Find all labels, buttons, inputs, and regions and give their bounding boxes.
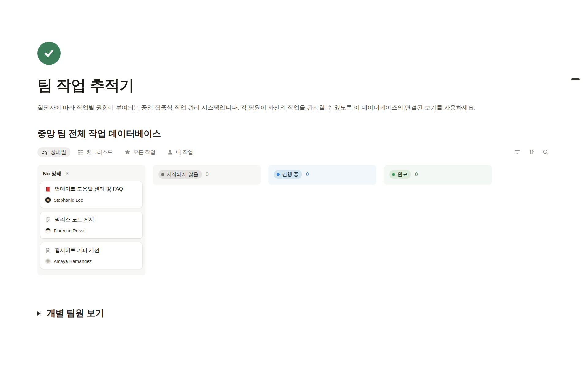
checklist-icon [78, 149, 84, 155]
tab-label: 모든 작업 [133, 149, 156, 156]
chevron-right-icon [37, 311, 41, 316]
avatar [45, 197, 51, 203]
column-count: 0 [306, 171, 309, 178]
status-label: 완료 [398, 171, 408, 178]
section-toggle-team-member-views[interactable]: 개별 팀원 보기 [37, 307, 549, 320]
task-title: 릴리스 노트 게시 [55, 216, 94, 223]
star-icon [124, 149, 130, 155]
board-column-not-started: 시작되지 않음 0 [153, 165, 261, 185]
tab-by-status[interactable]: 상태별 [37, 147, 70, 157]
database-heading: 중앙 팀 전체 작업 데이터베이스 [37, 128, 549, 140]
tab-checklist[interactable]: 체크리스트 [74, 147, 117, 157]
person-icon [167, 149, 173, 155]
page-description: 할당자에 따라 작업별 권한이 부여되는 중앙 집중식 작업 관리 시스템입니다… [37, 103, 491, 112]
column-label: No 상태 [43, 170, 62, 177]
tab-all-tasks[interactable]: 모든 작업 [120, 147, 160, 157]
status-pill: 진행 중 [274, 170, 302, 179]
tab-my-tasks[interactable]: 내 작업 [163, 147, 198, 157]
status-dot [161, 173, 164, 176]
view-toolbar [514, 149, 549, 155]
status-label: 진행 중 [282, 171, 299, 178]
view-tabs-row: 상태별 체크리스트 모든 작업 내 작업 [37, 147, 549, 158]
filter-icon[interactable] [514, 149, 521, 155]
section-toggle-label: 개별 팀원 보기 [47, 307, 104, 320]
task-card[interactable]: 업데이트 도움말 센터 및 FAQ Stephanie Lee [40, 181, 142, 208]
status-label: 시작되지 않음 [167, 171, 198, 178]
column-header[interactable]: No 상태 3 [40, 167, 143, 181]
assignee-name: Florence Rossi [54, 228, 84, 233]
task-title: 업데이트 도움말 센터 및 FAQ [55, 185, 123, 193]
check-circle-icon[interactable] [37, 42, 61, 65]
column-header[interactable]: 완료 0 [386, 167, 489, 182]
assignee-name: Stephanie Lee [54, 197, 83, 203]
column-count: 0 [415, 171, 418, 178]
red-book-emoji [45, 186, 51, 192]
task-title: 웹사이트 카피 개선 [55, 247, 99, 254]
column-count: 3 [66, 171, 68, 177]
search-icon[interactable] [542, 149, 549, 155]
notepad-emoji [45, 217, 51, 223]
tab-label: 상태별 [51, 149, 66, 156]
task-card[interactable]: 릴리스 노트 게시 Florence Rossi [40, 212, 142, 238]
column-header[interactable]: 진행 중 0 [271, 167, 374, 182]
tab-label: 내 작업 [176, 149, 193, 156]
board-column-done: 완료 0 [384, 165, 492, 185]
board-status-icon [42, 149, 48, 155]
page-title: 팀 작업 추적기 [37, 77, 549, 95]
board-column-no-status: No 상태 3 업데이트 도움말 센터 및 FAQ [37, 165, 145, 275]
page-body: 팀 작업 추적기 할당자에 따라 작업별 권한이 부여되는 중앙 집중식 작업 … [37, 0, 549, 320]
sort-icon[interactable] [528, 149, 535, 155]
tab-label: 체크리스트 [87, 149, 113, 156]
column-count: 0 [206, 171, 209, 178]
minimize-dash-icon[interactable] [571, 78, 580, 80]
avatar [45, 228, 51, 234]
status-dot [277, 173, 280, 176]
task-card[interactable]: 웹사이트 카피 개선 Amaya Hernandez [40, 242, 142, 269]
avatar [45, 258, 51, 264]
status-pill: 완료 [389, 170, 411, 179]
column-header[interactable]: 시작되지 않음 0 [155, 167, 258, 182]
assignee-name: Amaya Hernandez [54, 259, 92, 264]
status-pill: 시작되지 않음 [158, 170, 202, 179]
document-icon [45, 247, 51, 253]
board-column-in-progress: 진행 중 0 [268, 165, 376, 185]
status-dot [392, 173, 395, 176]
kanban-board: No 상태 3 업데이트 도움말 센터 및 FAQ [37, 165, 549, 275]
checkmark-glyph [42, 47, 56, 60]
